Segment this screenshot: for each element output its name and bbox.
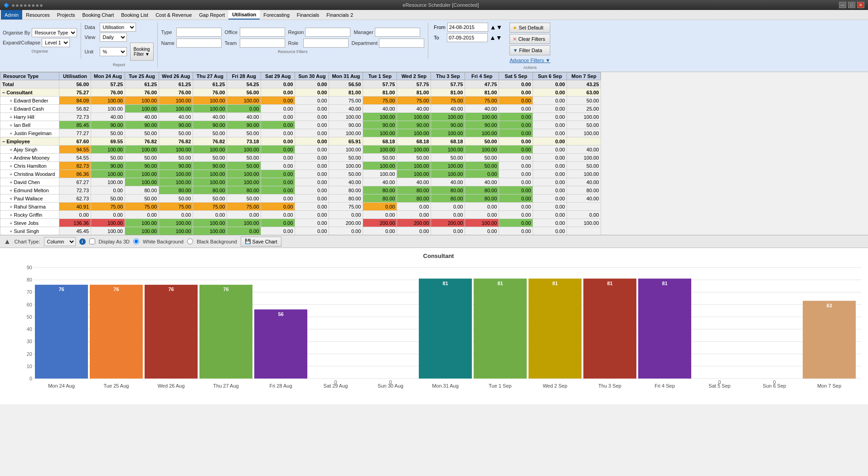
resource-name-cell[interactable]: + Ajay Singh xyxy=(0,146,59,154)
svg-text:60: 60 xyxy=(27,302,32,307)
svg-text:56: 56 xyxy=(278,311,283,317)
name-input[interactable] xyxy=(176,39,222,48)
minimize-button[interactable]: — xyxy=(839,2,846,8)
filter-data-button[interactable]: ▼ Filter Data xyxy=(509,45,550,55)
clear-filters-button[interactable]: ✕ Clear Filters xyxy=(509,34,550,44)
unit-select[interactable]: % xyxy=(100,47,127,56)
close-button[interactable]: ✕ xyxy=(857,2,864,8)
resource-name-cell[interactable]: + Andrew Mooney xyxy=(0,154,59,162)
chart-bar[interactable] xyxy=(35,285,88,379)
menu-financials[interactable]: Financials xyxy=(293,10,323,19)
region-input[interactable] xyxy=(305,28,350,37)
chart-bar[interactable] xyxy=(638,279,691,379)
to-date-input[interactable] xyxy=(447,33,488,42)
col-header-fri28: Fri 28 Aug xyxy=(227,73,261,80)
display-3d-checkbox[interactable] xyxy=(89,238,95,244)
resource-name: Chris Hamilton xyxy=(14,163,46,169)
chart-bar[interactable] xyxy=(254,310,307,379)
chart-expand-icon[interactable]: ▲ xyxy=(4,238,11,246)
resource-name-cell[interactable]: + Edward Bender xyxy=(0,97,59,105)
expand-icon[interactable]: + xyxy=(10,147,14,152)
resource-name-cell[interactable]: + Rocky Griffin xyxy=(0,211,59,219)
chart-bar[interactable] xyxy=(419,279,472,379)
date-cell: 0.00 xyxy=(533,219,567,227)
resource-name-cell[interactable]: + Christina Woodard xyxy=(0,170,59,178)
type-input[interactable] xyxy=(176,28,222,37)
resource-name-cell[interactable]: + Edmund Melton xyxy=(0,186,59,194)
organise-by-select[interactable]: Resource Type xyxy=(32,28,77,37)
resource-name: Harry Hill xyxy=(14,114,34,120)
utilisation-cell: 56.00 xyxy=(59,80,91,88)
view-select[interactable]: Daily xyxy=(100,33,127,42)
resource-name-cell[interactable]: + Rahul Sharma xyxy=(0,203,59,211)
resource-name-cell[interactable]: + Ian Bell xyxy=(0,121,59,129)
menu-admin[interactable]: Admin xyxy=(1,10,22,19)
menu-projects[interactable]: Projects xyxy=(53,10,79,19)
resource-name-cell[interactable]: + Steve Jobs xyxy=(0,219,59,227)
date-cell: 75.00 xyxy=(193,203,227,211)
resource-name-cell[interactable]: + Justin Fiegelman xyxy=(0,129,59,137)
date-cell: 100.00 xyxy=(159,170,193,178)
menu-forecasting[interactable]: Forecasting xyxy=(260,10,293,19)
collapse-icon[interactable]: – xyxy=(2,139,6,144)
menu-utilisation[interactable]: Utilisation xyxy=(228,10,260,19)
booking-filter-button[interactable]: BookingFilter ▼ xyxy=(130,43,154,61)
resource-name-cell[interactable]: + Chris Hamilton xyxy=(0,162,59,170)
menu-financials2[interactable]: Financials 2 xyxy=(323,10,357,19)
resource-name-cell[interactable]: + Edward Cash xyxy=(0,105,59,113)
date-cell: 100.00 xyxy=(329,146,363,154)
expand-collapse-select[interactable]: Level 1 xyxy=(42,38,70,47)
black-bg-radio[interactable] xyxy=(187,238,193,244)
office-input[interactable] xyxy=(240,28,285,37)
date-cell: 80.00 xyxy=(363,194,397,203)
date-cell: 0.00 xyxy=(363,203,397,211)
chart-title: Consultant xyxy=(18,253,859,259)
date-cell: 0.00 xyxy=(295,162,329,170)
grid-container[interactable]: Resource Type Utilisation Mon 24 Aug Tue… xyxy=(0,72,868,235)
from-calendar-icon[interactable]: ▲▼ xyxy=(490,24,503,31)
menu-booking-list[interactable]: Booking List xyxy=(117,10,152,19)
advance-filters-link[interactable]: Advance Filters ▼ xyxy=(509,58,550,63)
chart-bar[interactable] xyxy=(145,285,198,379)
to-calendar-icon[interactable]: ▲▼ xyxy=(490,34,502,41)
resource-name: Justin Fiegelman xyxy=(14,131,51,136)
utilisation-cell: 40.91 xyxy=(59,203,91,211)
maximize-button[interactable]: □ xyxy=(848,2,855,8)
window-controls[interactable]: — □ ✕ xyxy=(839,2,864,8)
set-default-button[interactable]: ★ Set Default xyxy=(509,23,550,33)
expand-icon[interactable]: + xyxy=(10,155,14,160)
date-cell: 0.00 xyxy=(193,211,227,219)
resource-name-cell[interactable]: + Paul Wallace xyxy=(0,194,59,203)
from-date-input[interactable] xyxy=(447,23,488,32)
chart-bar[interactable] xyxy=(90,285,143,379)
menu-gap-report[interactable]: Gap Report xyxy=(195,10,228,19)
resource-name-cell[interactable]: + David Chen xyxy=(0,178,59,186)
department-input[interactable] xyxy=(379,39,424,48)
chart-type-select[interactable]: Column Bar Line xyxy=(44,237,76,246)
collapse-icon[interactable]: – xyxy=(2,90,6,95)
chart-bar[interactable] xyxy=(199,285,252,379)
chart-info-icon[interactable]: i xyxy=(79,238,86,245)
date-cell: 76.00 xyxy=(193,88,227,97)
chart-bar[interactable] xyxy=(803,301,856,379)
resource-name-cell[interactable]: + Harry Hill xyxy=(0,113,59,121)
date-cell: 0.00 xyxy=(465,227,499,235)
manager-input[interactable] xyxy=(375,28,420,37)
date-cell: 100.00 xyxy=(431,170,465,178)
chart-bar[interactable] xyxy=(583,279,636,379)
chart-bar[interactable] xyxy=(474,279,527,379)
menu-cost-revenue[interactable]: Cost & Revenue xyxy=(152,10,195,19)
menu-resources[interactable]: Resources xyxy=(22,10,53,19)
chart-bar[interactable] xyxy=(529,279,582,379)
save-chart-button[interactable]: 💾 Save Chart xyxy=(241,237,281,247)
date-cell: 68.18 xyxy=(397,137,431,146)
team-input[interactable] xyxy=(240,39,285,48)
role-label: Role xyxy=(288,40,302,46)
white-bg-radio[interactable] xyxy=(133,238,139,244)
data-select[interactable]: Utilisation xyxy=(100,23,136,32)
date-cell: 100.00 xyxy=(329,162,363,170)
resource-name-cell[interactable]: + Sunil Singh xyxy=(0,227,59,235)
col-header-resource: Resource Type xyxy=(0,73,59,80)
menu-booking-chart[interactable]: Booking Chart xyxy=(79,10,118,19)
role-input[interactable] xyxy=(303,39,349,48)
